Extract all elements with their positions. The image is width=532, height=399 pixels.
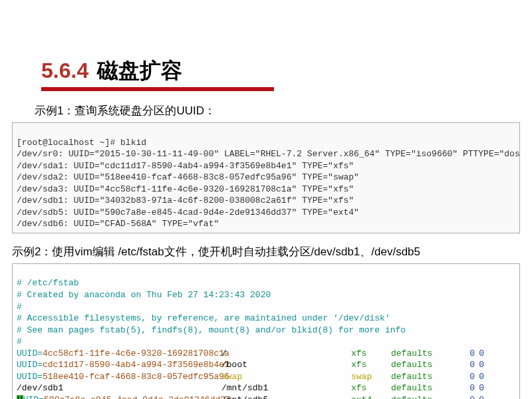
fstab-opts: defaults [391, 394, 463, 399]
fstab-pass: 0 [475, 359, 484, 371]
example1-label: 示例1：查询系统硬盘分区的UUID： [0, 91, 532, 118]
fstab-mount: / [221, 348, 351, 360]
fstab-device: UUID=518ee410-fcaf-4668-83c8-057edfc95a9… [17, 371, 221, 383]
fstab-mount: /mnt/sdb5 [221, 394, 351, 399]
fstab-comment: # /etc/fstab [17, 278, 79, 288]
fstab-fstype: xfs [351, 359, 391, 371]
vim-cursor: U [17, 395, 23, 399]
fstab-device: UUID=590c7a8e-e845-4cad-9d4e-2de91346dd3… [17, 394, 221, 399]
fstab-dump: 0 [463, 348, 475, 360]
fstab-dump: 0 [463, 382, 475, 394]
fstab-comment: # Created by anaconda on Thu Feb 27 14:2… [17, 290, 271, 300]
fstab-mount: /boot [221, 359, 351, 371]
fstab-fstype: xfs [351, 382, 391, 394]
fstab-entry: UUID=518ee410-fcaf-4668-83c8-057edfc95a9… [17, 371, 515, 383]
fstab-dump: 0 [463, 394, 475, 399]
fstab-dump: 0 [463, 371, 475, 383]
fstab-opts: defaults [391, 359, 463, 371]
fstab-device: UUID=4cc58cf1-11fe-4c6e-9320-169281708c1… [17, 348, 221, 360]
fstab-fstype: xfs [351, 348, 391, 360]
example2-label: 示例2：使用vim编辑 /etc/fstab文件，使开机时自动挂载分区/dev/… [0, 233, 532, 259]
fstab-fstype: ext4 [351, 394, 391, 399]
slide-title-block: 5.6.4 磁盘扩容 [0, 0, 532, 91]
fstab-pass: 0 [475, 371, 484, 383]
fstab-entry: UUID=cdc11d17-8590-4ab4-a994-3f3569e8b4e… [17, 359, 515, 371]
fstab-opts: defaults [391, 348, 463, 360]
fstab-entry: /dev/sdb1/mnt/sdb1xfsdefaults00 [17, 382, 515, 394]
blkid-line: /dev/sda1: UUID="cdc11d17-8590-4ab4-a994… [17, 161, 354, 171]
fstab-comment: # [17, 336, 22, 346]
fstab-entry: UUID=4cc58cf1-11fe-4c6e-9320-169281708c1… [17, 348, 515, 360]
cmd-line: [root@localhost ~]# blkid [17, 138, 146, 148]
fstab-pass: 0 [475, 394, 484, 399]
blkid-line: /dev/sr0: UUID="2015-10-30-11-11-49-00" … [17, 149, 520, 159]
fstab-device: UUID=cdc11d17-8590-4ab4-a994-3f3569e8b4e… [17, 359, 221, 371]
fstab-opts: defaults [391, 382, 463, 394]
fstab-comment: # See man pages fstab(5), findfs(8), mou… [17, 325, 406, 335]
fstab-entry: UUID=590c7a8e-e845-4cad-9d4e-2de91346dd3… [17, 394, 515, 399]
blkid-line: /dev/sdb5: UUID="590c7a8e-e845-4cad-9d4e… [17, 207, 359, 217]
terminal-fstab: # /etc/fstab # Created by anaconda on Th… [12, 263, 520, 399]
blkid-line: /dev/sdb1: UUID="34032b83-971a-4c6f-8200… [17, 196, 354, 205]
blkid-line: /dev/sda3: UUID="4cc58cf1-11fe-4c6e-9320… [17, 184, 354, 194]
fstab-mount: /mnt/sdb1 [221, 382, 351, 394]
fstab-comment: # [17, 302, 22, 312]
fstab-mount: swap [221, 371, 351, 383]
blkid-line: /dev/sda2: UUID="518ee410-fcaf-4668-83c8… [17, 172, 359, 182]
fstab-rows: UUID=4cc58cf1-11fe-4c6e-9320-169281708c1… [17, 348, 515, 399]
fstab-opts: defaults [391, 371, 463, 383]
fstab-pass: 0 [475, 348, 484, 360]
terminal-blkid: [root@localhost ~]# blkid /dev/sr0: UUID… [12, 122, 520, 233]
fstab-device: /dev/sdb1 [17, 382, 221, 394]
fstab-fstype: swap [351, 371, 391, 383]
blkid-line: /dev/sdb6: UUID="CFAD-568A" TYPE="vfat" [17, 219, 219, 229]
fstab-dump: 0 [463, 359, 475, 371]
slide-title: 5.6.4 磁盘扩容 [41, 57, 182, 86]
fstab-comment: # Accessible filesystems, by reference, … [17, 313, 390, 323]
title-text: 磁盘扩容 [97, 59, 182, 82]
fstab-pass: 0 [475, 382, 484, 394]
title-number: 5.6.4 [41, 59, 88, 82]
